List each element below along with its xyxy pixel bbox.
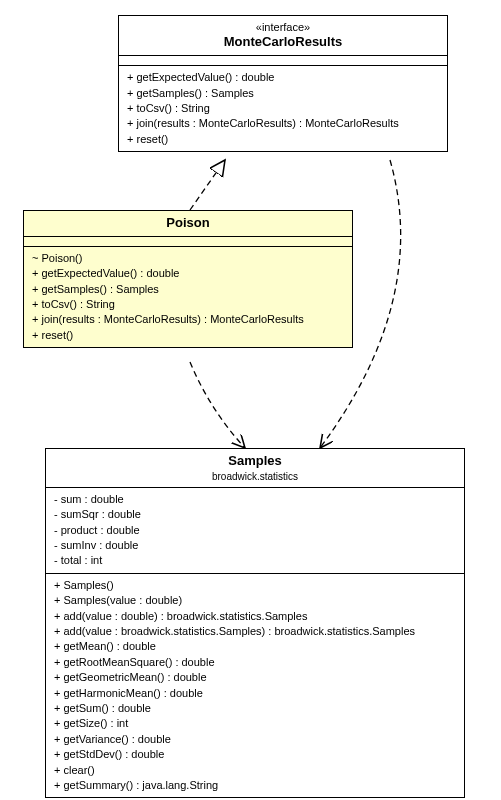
attribute: - sumInv : double	[54, 538, 456, 553]
operations-compartment: ~ Poison() + getExpectedValue() : double…	[24, 247, 352, 347]
class-poison: Poison ~ Poison() + getExpectedValue() :…	[23, 210, 353, 348]
operations-compartment: + getExpectedValue() : double + getSampl…	[119, 66, 447, 151]
class-header: «interface» MonteCarloResults	[119, 16, 447, 56]
attribute: - product : double	[54, 523, 456, 538]
operation: + getRootMeanSquare() : double	[54, 655, 456, 670]
class-name: MonteCarloResults	[127, 34, 439, 51]
operation: + add(value : broadwick.statistics.Sampl…	[54, 624, 456, 639]
stereotype-label: «interface»	[127, 20, 439, 34]
operation: + toCsv() : String	[32, 297, 344, 312]
operation: + getStdDev() : double	[54, 747, 456, 762]
operation: + getSum() : double	[54, 701, 456, 716]
attributes-compartment	[119, 56, 447, 66]
operation: + getSamples() : Samples	[32, 282, 344, 297]
operation: + toCsv() : String	[127, 101, 439, 116]
attribute: - sumSqr : double	[54, 507, 456, 522]
operation: + join(results : MonteCarloResults) : Mo…	[32, 312, 344, 327]
operation: + getSamples() : Samples	[127, 86, 439, 101]
operation: + reset()	[32, 328, 344, 343]
operation: + getHarmonicMean() : double	[54, 686, 456, 701]
attribute: - total : int	[54, 553, 456, 568]
class-header: Poison	[24, 211, 352, 237]
operation: + join(results : MonteCarloResults) : Mo…	[127, 116, 439, 131]
class-samples: Samples broadwick.statistics - sum : dou…	[45, 448, 465, 798]
operation: + getExpectedValue() : double	[127, 70, 439, 85]
operation: + Samples()	[54, 578, 456, 593]
class-header: Samples broadwick.statistics	[46, 449, 464, 488]
operation: + getGeometricMean() : double	[54, 670, 456, 685]
package-name: broadwick.statistics	[54, 470, 456, 483]
operations-compartment: + Samples() + Samples(value : double) + …	[46, 574, 464, 797]
operation: + getMean() : double	[54, 639, 456, 654]
operation: + Samples(value : double)	[54, 593, 456, 608]
class-montecarloresults: «interface» MonteCarloResults + getExpec…	[118, 15, 448, 152]
attribute: - sum : double	[54, 492, 456, 507]
operation: ~ Poison()	[32, 251, 344, 266]
operation: + getVariance() : double	[54, 732, 456, 747]
operation: + getSummary() : java.lang.String	[54, 778, 456, 793]
attributes-compartment	[24, 237, 352, 247]
class-name: Samples	[54, 453, 456, 470]
operation: + reset()	[127, 132, 439, 147]
attributes-compartment: - sum : double - sumSqr : double - produ…	[46, 488, 464, 574]
operation: + getSize() : int	[54, 716, 456, 731]
operation: + getExpectedValue() : double	[32, 266, 344, 281]
operation: + clear()	[54, 763, 456, 778]
operation: + add(value : double) : broadwick.statis…	[54, 609, 456, 624]
class-name: Poison	[32, 215, 344, 232]
